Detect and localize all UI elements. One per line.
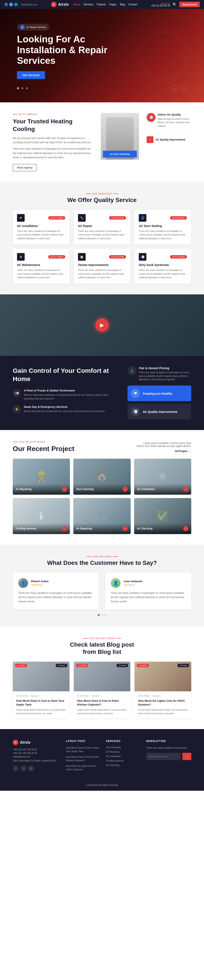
footer-post-3[interactable]: How Much Do Lights Cost for HVAC Systems… xyxy=(66,764,100,771)
air-quality-text: Air Quality Improvement xyxy=(143,410,177,414)
footer-post-2[interactable]: How Much Does It Cost to Paint Kitchen C… xyxy=(66,755,100,762)
gain-card-air-quality[interactable]: 💨 Air Quality Improvement xyxy=(127,404,191,419)
gain-feature-emergency: ⚡ Same Day & Emergency Services We are l… xyxy=(13,405,117,413)
twitter-icon[interactable]: t xyxy=(9,3,13,6)
footer-service-5[interactable]: Ac Checking xyxy=(106,764,140,766)
project-link-3[interactable]: → xyxy=(183,487,188,492)
about-agency-button[interactable]: About Agency xyxy=(13,164,37,171)
testimonial-dots xyxy=(13,614,191,616)
service-desc-5: There are many variations of passages of… xyxy=(78,268,126,280)
project-name-3: AC Installation xyxy=(137,488,155,491)
testimonial-dot-2[interactable] xyxy=(101,614,103,616)
gain-title: Gain Control of Your Comfort at Home xyxy=(13,366,117,383)
pricing-title: Fair & Honest Pricing xyxy=(139,366,191,370)
project-link-2[interactable]: → xyxy=(123,487,128,492)
footer-newsletter-desc: There are many variations lorem ipsum. xyxy=(146,746,191,750)
footer-twitter-icon[interactable]: t xyxy=(21,765,26,772)
nav-projects[interactable]: Projects xyxy=(97,3,106,6)
play-button[interactable]: ▶ xyxy=(95,318,109,332)
footer-linkedin-icon[interactable]: in xyxy=(28,765,34,772)
nav-services[interactable]: Services xyxy=(84,3,93,6)
blog-card-1: Ac Article 22 Posts 22 By Article Januar… xyxy=(13,662,69,719)
logo[interactable]: A Airslv xyxy=(51,2,69,7)
project-link-6[interactable]: → xyxy=(183,526,188,531)
service-desc-6: There are many variations of passages of… xyxy=(139,268,187,280)
project-link-5[interactable]: → xyxy=(123,526,128,531)
project-name-5: Ac Repairing xyxy=(76,527,92,530)
service-card-ac-installation: ❄ Service Details AC Installation There … xyxy=(13,210,69,245)
blog-tag-1: Ac Article xyxy=(15,664,27,667)
header: f t in hello@airslv.com A Airslv Home Se… xyxy=(0,0,204,9)
footer-copyright: © 2024 Airslv. All Rights Reserved. xyxy=(86,784,118,786)
service-badge-5[interactable]: Service Details xyxy=(109,255,126,259)
testimonial-dot-1[interactable] xyxy=(98,614,100,616)
blog-meta-1a: 22 By Article xyxy=(16,695,28,697)
footer-service-3[interactable]: AC Installation xyxy=(106,755,140,757)
service-name-5: Tenant Improvements xyxy=(78,263,126,267)
pricing-desc: There are many variations of passages of… xyxy=(139,371,191,381)
stars-2: ★★★★★ xyxy=(124,584,142,586)
project-link-4[interactable]: → xyxy=(62,526,67,531)
header-contact-email: hello@airslv.com xyxy=(21,3,37,6)
service-name-1: AC Installation xyxy=(17,224,65,228)
blog-date-tag-3: 22 Posts xyxy=(177,664,189,667)
footer: A Airslv +001 (0) 100 200 20 10 +001 (0)… xyxy=(0,729,204,791)
footer-post-1[interactable]: How Much Does It Cost to Have Your Septi… xyxy=(66,746,100,753)
footer-contact-info: +001 (0) 100 200 20 10 +001 (0) 100 200 … xyxy=(13,748,59,762)
service-card-duct-sealing: 🌀 Service Details AC Duct Sealing There … xyxy=(135,210,191,245)
testimonial-card-1: 👤 Robert Anton ★★★★★ There are many vari… xyxy=(13,573,99,609)
indoor-label: Indoor Air Quality xyxy=(158,113,191,116)
blog-title-3[interactable]: How Much Do Lights Cost for HVAC Systems… xyxy=(138,699,188,706)
service-badge-4[interactable]: Service Details xyxy=(48,255,65,259)
nav-blog[interactable]: Blog xyxy=(120,3,125,6)
blog-tag-2: Ac Article xyxy=(76,664,88,667)
quality-improvement: ✓ AC Quality Improvement xyxy=(147,136,191,143)
search-icon[interactable]: 🔍 xyxy=(173,3,177,6)
service-badge-1[interactable]: Service Details xyxy=(48,216,65,220)
gain-card-healthy[interactable]: ❤ Keeping you Healthy xyxy=(127,385,191,401)
hero-dot-2[interactable] xyxy=(21,88,23,89)
footer-service-4[interactable]: Cooling Services xyxy=(106,759,140,762)
linkedin-icon[interactable]: in xyxy=(14,3,18,6)
nav-contact[interactable]: Contact xyxy=(129,3,137,6)
service-desc-1: There are many variations of passages of… xyxy=(17,229,65,240)
hero-dot-3[interactable] xyxy=(26,88,28,89)
hero-dot-1[interactable] xyxy=(17,88,19,89)
blog-title-2[interactable]: How Much Does It Cost to Paint Kitchen C… xyxy=(77,699,127,706)
newsletter-email-input[interactable] xyxy=(146,753,181,760)
testimonials-title: What Does the Customer Have to Say? xyxy=(13,560,191,566)
project-item-4: 🌡 Cooling Services → xyxy=(13,498,70,534)
service-badge-3[interactable]: Service Details xyxy=(170,216,187,220)
project-link-1[interactable]: → xyxy=(62,487,67,492)
facebook-icon[interactable]: f xyxy=(4,3,8,6)
footer-service-1[interactable]: Duct Cleaning xyxy=(106,746,140,749)
main-nav: Home Services Projects Pages Blog Contac… xyxy=(73,3,137,6)
blog-title-1[interactable]: How Much Does It Cost to Have Your Septi… xyxy=(16,699,66,706)
blog-title: Check latest Blog post xyxy=(13,641,191,648)
emergency-title: Same Day & Emergency Services xyxy=(24,405,105,409)
testimonial-card-2: 👤 Leon Anlasom ★★★★★ There are many vari… xyxy=(105,573,191,609)
author-name-2: Leon Anlasom xyxy=(124,580,142,583)
footer-facebook-icon[interactable]: f xyxy=(13,765,19,772)
appointment-button[interactable]: Appointment xyxy=(179,2,200,7)
hero-badge: ▲ Ac Repair Services xyxy=(17,24,49,30)
hero-section: ▲ Ac Repair Services Looking For Ac Inst… xyxy=(0,9,204,102)
projects-grid: 👷 Ac Repairing → 🏠 Duct Cleaning → ❄ AC … xyxy=(13,459,191,534)
hero-cta-button[interactable]: Our Services xyxy=(17,71,45,79)
projects-section: Our Recent Work Our Recent Project Lorem… xyxy=(0,430,204,545)
all-projects-button[interactable]: All Project → xyxy=(175,450,191,453)
testimonials-section: Our Reviews What Does the Customer Have … xyxy=(0,545,204,627)
footer-service-2[interactable]: Ac Repairing xyxy=(106,751,140,753)
nav-pages[interactable]: Pages xyxy=(109,3,116,6)
indoor-desc: Help through document online library. Ge… xyxy=(158,117,191,128)
newsletter-submit-button[interactable]: → xyxy=(182,753,191,760)
nav-home[interactable]: Home xyxy=(73,3,80,6)
service-badge-2[interactable]: Service Details xyxy=(109,216,126,220)
gain-control-section: Gain Control of Your Comfort at Home 🚛 A… xyxy=(0,356,204,430)
testimonial-text-2: There are many variations of passages of… xyxy=(111,591,186,604)
blog-meta-2b: January + xyxy=(92,695,101,697)
footer-bottom: © 2024 Airslv. All Rights Reserved. xyxy=(13,779,191,786)
service-badge-6[interactable]: Service Details xyxy=(170,255,187,259)
testimonial-dot-3[interactable] xyxy=(104,614,106,616)
gain-feature-fleet: 🚛 A Fleet of Trucks & Skilled Technician… xyxy=(13,389,117,401)
